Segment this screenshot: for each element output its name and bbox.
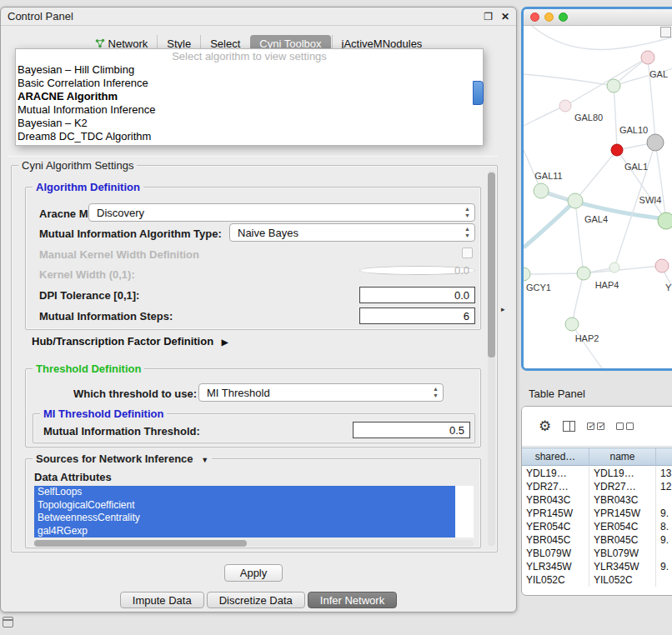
- network-node[interactable]: [568, 193, 583, 208]
- algorithm-option[interactable]: Basic Correlation Inference: [16, 77, 483, 90]
- mi-threshold-field[interactable]: 0.5: [353, 422, 470, 438]
- sources-toggle[interactable]: Sources for Network Inference ▼: [33, 452, 212, 465]
- close-panel-icon[interactable]: [501, 11, 509, 22]
- table-row[interactable]: YIL052CYIL052C: [522, 573, 672, 587]
- sources-title: Sources for Network Inference: [36, 452, 193, 465]
- table-row[interactable]: YER054CYER054C8.: [522, 520, 672, 533]
- attribute-item[interactable]: TopologicalCoefficient: [34, 499, 455, 512]
- attributes-horizontal-scrollbar[interactable]: [34, 540, 474, 547]
- zoom-button[interactable]: [559, 12, 568, 22]
- network-node[interactable]: [655, 259, 669, 272]
- network-node[interactable]: [577, 267, 590, 280]
- panel-title: Control Panel: [8, 10, 73, 22]
- dpi-tolerance-field[interactable]: 0.0: [359, 287, 475, 303]
- algorithm-popup-options: Bayesian – Hill ClimbingBasic Correlatio…: [16, 63, 483, 143]
- table-cell: YDR27…: [522, 480, 589, 493]
- network-node[interactable]: [559, 100, 571, 112]
- columns-icon[interactable]: [563, 421, 575, 432]
- table-cell: 9.: [656, 533, 672, 547]
- table-row[interactable]: YDL19…YDL19…13: [522, 467, 672, 480]
- algorithm-combobox-edge[interactable]: [473, 81, 484, 105]
- bottom-tab-bar: Impute Data Discretize Data Infer Networ…: [1, 592, 516, 608]
- network-canvas[interactable]: GALGAL80GAL10GAL1GAL11SWI4GAL4GCY1HAP4YH…: [524, 26, 672, 368]
- network-node[interactable]: [658, 212, 672, 229]
- bottom-tab-discretize-data[interactable]: Discretize Data: [207, 592, 305, 608]
- network-node-label: GAL10: [619, 125, 648, 135]
- algorithm-popup-prompt: Select algorithm to view settings: [16, 49, 483, 63]
- network-titlebar[interactable]: [524, 9, 672, 26]
- mi-threshold-label: Mutual Information Threshold:: [43, 425, 200, 438]
- network-node[interactable]: [647, 134, 664, 151]
- hub-section-toggle[interactable]: Hub/Transcription Factor Definition ▶: [32, 335, 228, 348]
- manual-kernel-checkbox[interactable]: [462, 248, 473, 258]
- close-button[interactable]: [530, 12, 539, 22]
- table-row[interactable]: YBR043CYBR043C: [522, 493, 672, 507]
- network-node[interactable]: [524, 268, 530, 281]
- scrollbar-thumb[interactable]: [34, 540, 247, 547]
- settings-vertical-scrollbar[interactable]: [488, 171, 495, 546]
- table-row[interactable]: YDR27…YDR27…12: [522, 480, 672, 493]
- data-attributes-label: Data Attributes: [34, 471, 112, 483]
- table-column-header[interactable]: name: [589, 448, 656, 465]
- bottom-tab-infer-network[interactable]: Infer Network: [308, 592, 397, 608]
- section-divider: [8, 156, 498, 157]
- gear-icon[interactable]: [539, 419, 551, 433]
- deselect-all-icon[interactable]: [616, 422, 634, 430]
- splitter-arrow-icon[interactable]: ▸: [501, 305, 505, 313]
- table-cell: YPR145W: [522, 507, 589, 520]
- network-edge: [655, 142, 666, 221]
- apply-button[interactable]: Apply: [224, 564, 283, 582]
- algorithm-option[interactable]: Mutual Information Inference: [16, 103, 483, 117]
- table-column-header[interactable]: shared…: [522, 448, 589, 465]
- table-panel-window: shared…name YDL19…YDL19…13YDR27…YDR27…12…: [521, 406, 672, 596]
- table-row[interactable]: YBL079WYBL079W: [522, 547, 672, 560]
- table-cell: YIL052C: [522, 573, 589, 587]
- table-row[interactable]: YLR345WYLR345W9.: [522, 560, 672, 573]
- network-node[interactable]: [565, 318, 579, 331]
- algorithm-option[interactable]: Dream8 DC_TDC Algorithm: [16, 130, 483, 143]
- mi-steps-field[interactable]: 6: [359, 308, 475, 324]
- table-header: shared…name: [522, 448, 672, 466]
- kernel-width-value: 0.0: [454, 264, 469, 277]
- network-node[interactable]: [607, 79, 620, 92]
- table-cell: YBR043C: [522, 493, 589, 507]
- minimized-panel-icon[interactable]: [3, 617, 13, 628]
- algorithm-option[interactable]: Bayesian – Hill Climbing: [16, 63, 483, 77]
- scrollbar-thumb[interactable]: [488, 172, 495, 358]
- minimize-button[interactable]: [544, 12, 554, 22]
- algorithm-definition-title: Algorithm Definition: [33, 181, 143, 193]
- table-row[interactable]: YBR045CYBR045C9.: [522, 533, 672, 547]
- algorithm-option[interactable]: Bayesian – K2: [16, 117, 483, 130]
- select-all-icon[interactable]: [587, 422, 604, 430]
- table-column-header[interactable]: [656, 448, 672, 465]
- algorithm-popup: Select algorithm to view settings Bayesi…: [15, 48, 484, 146]
- attribute-item[interactable]: BetweennessCentrality: [34, 512, 455, 525]
- network-node-label: HAP2: [575, 333, 599, 343]
- apply-button-label: Apply: [240, 567, 268, 579]
- kernel-width-label: Kernel Width (0,1):: [39, 268, 135, 281]
- network-edge: [584, 266, 662, 273]
- float-window-icon[interactable]: [484, 11, 493, 22]
- network-node[interactable]: [609, 262, 619, 272]
- kernel-width-field[interactable]: 0.0: [359, 266, 475, 275]
- table-cell: 8.: [656, 520, 672, 533]
- algorithm-option[interactable]: ARACNE Algorithm: [16, 90, 483, 103]
- mi-threshold-value: 0.5: [449, 424, 464, 437]
- combo-arrows-icon: [464, 226, 470, 239]
- network-node[interactable]: [641, 51, 654, 64]
- bottom-tab-impute-data[interactable]: Impute Data: [120, 592, 204, 608]
- attribute-item[interactable]: gal4RGexp: [34, 525, 455, 538]
- chevron-down-icon: ▼: [201, 456, 208, 464]
- network-node[interactable]: [534, 183, 549, 198]
- combo-arrows-icon: [433, 386, 439, 399]
- table-row[interactable]: YPR145WYPR145W9.: [522, 507, 672, 520]
- attribute-item[interactable]: SelfLoops: [34, 486, 455, 499]
- which-threshold-select[interactable]: MI Threshold: [198, 383, 444, 402]
- aracne-mode-select[interactable]: Discovery: [88, 203, 475, 222]
- table-cell: YIL052C: [589, 573, 656, 587]
- network-node[interactable]: [611, 144, 623, 156]
- network-corner-button[interactable]: [660, 27, 671, 38]
- network-edge: [524, 201, 575, 248]
- mi-type-select[interactable]: Naive Bayes: [229, 223, 475, 242]
- network-edge: [532, 26, 672, 50]
